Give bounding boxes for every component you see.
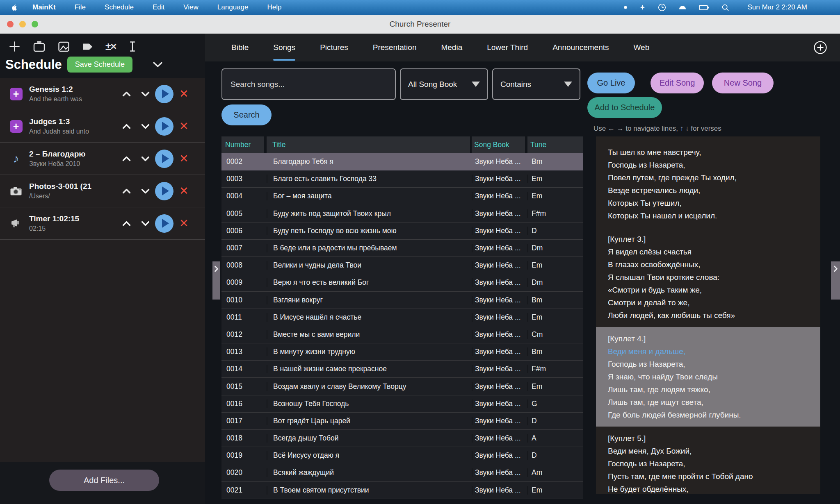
- tab-media[interactable]: Media: [441, 43, 462, 52]
- lyric-line[interactable]: Господь из Назарета,: [608, 159, 811, 171]
- move-up-icon[interactable]: [121, 187, 132, 195]
- go-live-button[interactable]: Go Live: [587, 73, 635, 93]
- song-row-0006[interactable]: 0006Буду петь Господу во всю жизнь моюЗв…: [221, 222, 583, 240]
- lyric-line[interactable]: Которых Ты утешил,: [608, 197, 811, 209]
- play-button[interactable]: [155, 85, 173, 103]
- move-down-icon[interactable]: [140, 155, 151, 163]
- plus-minus-icon[interactable]: ±×: [105, 40, 116, 53]
- schedule-item-judges-1-3[interactable]: +Judges 1:3And Judah said unto✕: [0, 110, 205, 143]
- lyric-line[interactable]: [Куплет 3.]: [608, 233, 811, 245]
- minimize-window-button[interactable]: [19, 21, 26, 27]
- song-row-0017[interactable]: 0017Вот грядёт Царь царейЗвуки Неба ...D: [221, 413, 583, 430]
- display-icon[interactable]: [32, 41, 46, 53]
- lyric-line[interactable]: Ты шел ко мне навстречу,: [608, 146, 811, 159]
- match-mode-dropdown[interactable]: Contains: [492, 68, 580, 100]
- column-header-number[interactable]: Number: [221, 136, 264, 153]
- tab-lower-third[interactable]: Lower Third: [487, 43, 528, 52]
- tab-songs[interactable]: Songs: [273, 43, 295, 52]
- lyric-line[interactable]: Лишь там, где людям тяжко,: [608, 383, 811, 396]
- song-row-0020[interactable]: 0020Всякий жаждущийЗвуки Неба ...Am: [221, 464, 583, 481]
- move-up-icon[interactable]: [121, 220, 132, 227]
- play-button[interactable]: [155, 117, 173, 136]
- song-book-dropdown[interactable]: All Song Book: [400, 68, 488, 100]
- column-header-song-book[interactable]: Song Book: [472, 136, 525, 153]
- lyric-line[interactable]: Везде встречались люди,: [608, 184, 811, 197]
- remove-item-icon[interactable]: ✕: [179, 120, 189, 133]
- new-song-button[interactable]: New Song: [712, 73, 774, 93]
- dome-icon[interactable]: [678, 3, 687, 12]
- schedule-item-2-благодарю[interactable]: ♪2 – БлагодарюЗвуки Неба 2010✕: [0, 143, 205, 175]
- menu-item-schedule[interactable]: Schedule: [105, 3, 134, 11]
- schedule-item-timer-1-02-15[interactable]: Timer 1:02:1502:15✕: [0, 207, 205, 240]
- menu-item-edit[interactable]: Edit: [153, 3, 164, 11]
- add-tab-icon[interactable]: [813, 40, 828, 55]
- song-row-0008[interactable]: 0008Велики и чудны дела ТвоиЗвуки Неба .…: [221, 257, 583, 274]
- lyric-line[interactable]: Люби людей, как любишь ты себя»: [608, 309, 811, 322]
- remove-item-icon[interactable]: ✕: [179, 184, 189, 198]
- battery-icon[interactable]: [698, 3, 710, 12]
- lyric-line[interactable]: Повел путем, где прежде Ты ходил,: [608, 171, 811, 184]
- lyric-line[interactable]: Где боль людей безмерной глубины.: [608, 409, 811, 421]
- song-row-0015[interactable]: 0015Воздам хвалу и славу Великому Творцу…: [221, 378, 583, 395]
- image-icon[interactable]: [57, 41, 70, 53]
- sparkle-icon[interactable]: [639, 4, 646, 11]
- lyric-line[interactable]: Не будет обделённых,: [608, 483, 811, 494]
- lyric-line[interactable]: Пусть там, где мне пройти с Тобой дано: [608, 470, 811, 483]
- lyric-line[interactable]: Я видел слёзы счастья: [608, 245, 811, 258]
- column-header-title[interactable]: Title: [267, 136, 470, 153]
- lyric-line[interactable]: «Смотри и будь таким же,: [608, 284, 811, 296]
- close-window-button[interactable]: [7, 21, 14, 27]
- spotlight-search-icon[interactable]: [721, 3, 730, 12]
- tab-pictures[interactable]: Pictures: [320, 43, 348, 52]
- lyric-line[interactable]: Я слышал Твои кроткие слова:: [608, 271, 811, 284]
- song-row-0019[interactable]: 0019Всё Иисусу отдаю яЗвуки Неба ...D: [221, 447, 583, 464]
- lyric-line[interactable]: Господь из Назарета,: [608, 457, 811, 470]
- move-down-icon[interactable]: [140, 220, 151, 227]
- move-down-icon[interactable]: [140, 90, 151, 98]
- remove-item-icon[interactable]: ✕: [179, 217, 189, 230]
- clock-icon[interactable]: [657, 3, 667, 12]
- text-cursor-icon[interactable]: [127, 40, 138, 53]
- menu-item-file[interactable]: File: [75, 3, 86, 11]
- add-files-button[interactable]: Add Files...: [49, 470, 159, 491]
- zoom-window-button[interactable]: [32, 21, 38, 27]
- add-icon[interactable]: [8, 40, 21, 53]
- edit-song-button[interactable]: Edit Song: [651, 73, 704, 93]
- chevron-down-icon[interactable]: [152, 61, 163, 68]
- song-row-0003[interactable]: 0003Благо есть славить Господа 33Звуки Н…: [221, 170, 583, 188]
- lyric-line[interactable]: Лишь там, где ищут света,: [608, 396, 811, 409]
- song-row-0004[interactable]: 0004Бог – моя защитаЗвуки Неба ...Em: [221, 188, 583, 205]
- song-row-0002[interactable]: 0002Благодарю Тебя яЗвуки Неба ...Bm: [221, 153, 583, 170]
- menu-app-name[interactable]: MainKt: [32, 3, 56, 11]
- apple-icon[interactable]: [11, 4, 18, 11]
- move-down-icon[interactable]: [140, 123, 151, 130]
- play-button[interactable]: [155, 214, 173, 233]
- move-down-icon[interactable]: [140, 187, 151, 195]
- lyric-line[interactable]: Веди меня, Дух Божий,: [608, 445, 811, 457]
- song-row-0016[interactable]: 0016Возношу Тебя ГосподьЗвуки Неба ...G: [221, 395, 583, 413]
- move-up-icon[interactable]: [121, 155, 132, 163]
- song-row-0014[interactable]: 0014В нашей жизни самое прекрасноеЗвуки …: [221, 361, 583, 378]
- tab-bible[interactable]: Bible: [231, 43, 249, 52]
- lyric-line[interactable]: Я знаю, что найду Твои следы: [608, 370, 811, 383]
- song-row-0007[interactable]: 0007В беде или в радости мы пребываемЗву…: [221, 240, 583, 257]
- remove-item-icon[interactable]: ✕: [179, 87, 189, 100]
- song-row-0005[interactable]: 0005Буду жить под защитой Твоих крылЗвук…: [221, 205, 583, 222]
- tab-presentation[interactable]: Presentation: [373, 43, 417, 52]
- song-row-0012[interactable]: 0012Вместе мы с вами верилиЗвуки Неба ..…: [221, 326, 583, 343]
- expand-right-panel-handle[interactable]: [831, 261, 840, 300]
- song-row-0021[interactable]: 0021В Твоем святом присутствииЗвуки Неба…: [221, 482, 583, 499]
- play-button[interactable]: [155, 182, 173, 200]
- lyric-line[interactable]: Смотри и делай то же,: [608, 296, 811, 309]
- search-songs-input[interactable]: [221, 68, 396, 100]
- collapse-sidebar-handle[interactable]: [212, 261, 220, 300]
- tag-icon[interactable]: [82, 41, 94, 52]
- lyric-line[interactable]: Господь из Назарета,: [608, 358, 811, 370]
- schedule-item-photos-3-001-21[interactable]: Photos-3-001 (21/Users/✕: [0, 175, 205, 207]
- menu-item-language[interactable]: Language: [217, 3, 249, 11]
- menu-item-view[interactable]: View: [183, 3, 199, 11]
- column-header-tune[interactable]: Tune: [527, 136, 583, 153]
- lyric-line[interactable]: Веди меня и дальше,: [608, 345, 811, 358]
- search-button[interactable]: Search: [221, 104, 272, 125]
- lyric-line[interactable]: Которых Ты нашел и исцелил.: [608, 209, 811, 222]
